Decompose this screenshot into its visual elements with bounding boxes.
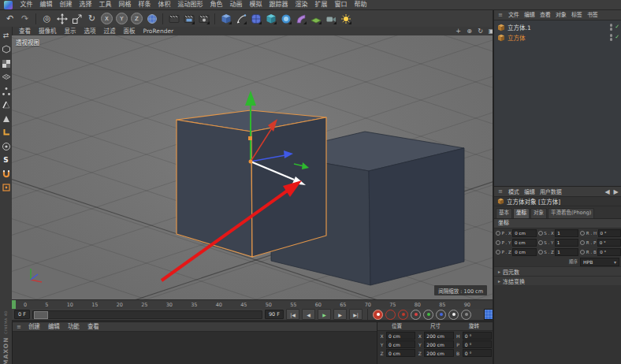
attribute-tab[interactable]: 基本: [496, 208, 512, 218]
rotation-field[interactable]: 0 °: [598, 229, 621, 237]
spline-pen-icon[interactable]: [234, 12, 247, 25]
redo-icon[interactable]: ↷: [18, 12, 32, 25]
attribute-mode-tab[interactable]: 用户数据: [537, 188, 564, 195]
frame-slider-handle[interactable]: [34, 311, 48, 319]
size-value-field[interactable]: 200 cm: [424, 332, 453, 340]
materials-list-area[interactable]: [13, 332, 377, 364]
enabled-check-icon[interactable]: ✓: [615, 24, 619, 30]
render-visibility-dot[interactable]: [610, 28, 613, 31]
menu-item[interactable]: 创建: [56, 0, 76, 9]
menu-item[interactable]: 模拟: [246, 0, 266, 9]
menu-item[interactable]: 渲染: [292, 0, 311, 9]
position-value-field[interactable]: 0 cm: [386, 332, 415, 340]
key-circle-icon[interactable]: [580, 231, 585, 236]
scale-tool-icon[interactable]: [70, 12, 84, 25]
render-visibility-dot[interactable]: [610, 38, 613, 41]
panel-handle-icon[interactable]: ≡: [15, 324, 23, 330]
key-circle-icon[interactable]: [496, 231, 500, 236]
model-mode-icon[interactable]: [1, 45, 11, 55]
prev-frame-button[interactable]: ◀: [302, 309, 315, 320]
attribute-tab[interactable]: 坐标: [513, 208, 530, 218]
scale-field[interactable]: 1: [555, 229, 578, 237]
rotation-field[interactable]: 0 °: [597, 248, 621, 256]
z-axis-lock-button[interactable]: Z: [131, 13, 143, 24]
rotation-value-field[interactable]: 0 °: [463, 340, 492, 348]
y-axis-arrowhead[interactable]: [245, 91, 256, 106]
axis-mode-icon[interactable]: [1, 128, 11, 138]
menu-item[interactable]: 选择: [76, 0, 95, 9]
collapsed-group-row[interactable]: ▸ 四元数: [494, 266, 621, 276]
materials-menu-item[interactable]: 查看: [84, 322, 103, 331]
magnet-snap-icon[interactable]: [1, 169, 11, 179]
floor-icon[interactable]: [309, 12, 322, 25]
menu-item[interactable]: 样条: [135, 0, 154, 9]
edges-mode-icon[interactable]: [1, 100, 11, 110]
viewport-menu-item[interactable]: 查看: [15, 27, 35, 35]
menu-item[interactable]: 角色: [206, 0, 226, 9]
key-circle-icon[interactable]: [580, 240, 585, 245]
history-next-icon[interactable]: ▶: [612, 188, 620, 196]
collapsed-group-row[interactable]: ▸ 冻结变换: [494, 276, 621, 285]
rotation-value-field[interactable]: 0 °: [463, 349, 492, 357]
attribute-tab[interactable]: 平滑着色(Phong): [548, 208, 594, 218]
menu-item[interactable]: 窗口: [331, 0, 351, 9]
scale-field[interactable]: 1: [555, 248, 578, 256]
record-scale-icon[interactable]: [423, 310, 433, 320]
key-circle-icon[interactable]: [496, 240, 500, 245]
expand-arrow-icon[interactable]: ▸: [498, 278, 500, 284]
rotation-value-field[interactable]: 0 °: [463, 332, 492, 340]
object-manager-menu-item[interactable]: 书签: [585, 11, 601, 20]
attribute-mode-tab[interactable]: 编辑: [522, 188, 537, 195]
object-tree-item[interactable]: 立方体.1 ✓: [494, 22, 621, 32]
plane-handle[interactable]: [248, 136, 252, 140]
next-frame-button[interactable]: ▶: [333, 309, 347, 320]
solo-mode-icon[interactable]: [1, 141, 11, 151]
camera-icon[interactable]: [324, 12, 337, 25]
materials-menu-item[interactable]: 创建: [24, 322, 44, 331]
scale-field[interactable]: 1: [555, 239, 579, 247]
size-value-field[interactable]: 200 cm: [424, 340, 453, 348]
snap-icon[interactable]: S: [1, 155, 11, 165]
editor-visibility-dot[interactable]: [610, 24, 613, 27]
record-parameter-icon[interactable]: [448, 310, 459, 320]
viewport-menu-item[interactable]: ProRender: [139, 27, 178, 35]
render-settings-icon[interactable]: [197, 12, 210, 25]
record-position-icon[interactable]: [411, 310, 421, 320]
live-selection-icon[interactable]: ◎: [40, 12, 54, 25]
viewport-menu-item[interactable]: 过滤: [100, 27, 120, 35]
autokeying-icon[interactable]: [385, 310, 396, 320]
subdivision-surface-icon[interactable]: [249, 12, 262, 25]
object-manager-menu-item[interactable]: 标签: [569, 11, 585, 20]
object-manager-menu-item[interactable]: 查看: [537, 11, 553, 20]
frame-slider[interactable]: [32, 310, 262, 319]
expand-arrow-icon[interactable]: ▸: [498, 269, 500, 274]
key-circle-icon[interactable]: [496, 250, 500, 254]
quantize-icon[interactable]: [1, 183, 11, 193]
rotation-field[interactable]: 0 °: [597, 239, 621, 247]
goto-end-button[interactable]: ▶|: [349, 309, 363, 320]
render-picture-viewer-icon[interactable]: [182, 12, 195, 25]
keyframe-selection-icon[interactable]: [398, 310, 408, 320]
viewport-menu-item[interactable]: 面板: [120, 27, 139, 35]
goto-start-button[interactable]: |◀: [286, 309, 299, 320]
texture-mode-icon[interactable]: [1, 58, 11, 69]
position-value-field[interactable]: 0 cm: [386, 340, 415, 348]
rotate-view-icon[interactable]: ↻: [476, 27, 485, 35]
current-frame-field[interactable]: 0 F: [14, 310, 30, 319]
record-pla-icon[interactable]: [461, 310, 471, 320]
points-mode-icon[interactable]: [1, 86, 11, 96]
menu-item[interactable]: 编辑: [36, 0, 56, 9]
menu-item[interactable]: 动画: [226, 0, 246, 9]
key-circle-icon[interactable]: [538, 240, 543, 245]
history-prev-icon[interactable]: ◀: [603, 188, 612, 196]
viewport-menu-item[interactable]: 摄像机: [35, 27, 61, 35]
key-circle-icon[interactable]: [580, 250, 585, 254]
menu-item[interactable]: 网格: [115, 0, 135, 9]
object-name[interactable]: 立方体.1: [508, 23, 531, 32]
viewport-menu-item[interactable]: 选项: [80, 27, 100, 35]
menu-item[interactable]: 工具: [95, 0, 115, 9]
pan-view-icon[interactable]: +: [454, 27, 463, 35]
materials-menu-item[interactable]: 编辑: [44, 322, 64, 331]
field-icon[interactable]: [279, 12, 292, 25]
viewport-menu-item[interactable]: 显示: [61, 27, 80, 35]
